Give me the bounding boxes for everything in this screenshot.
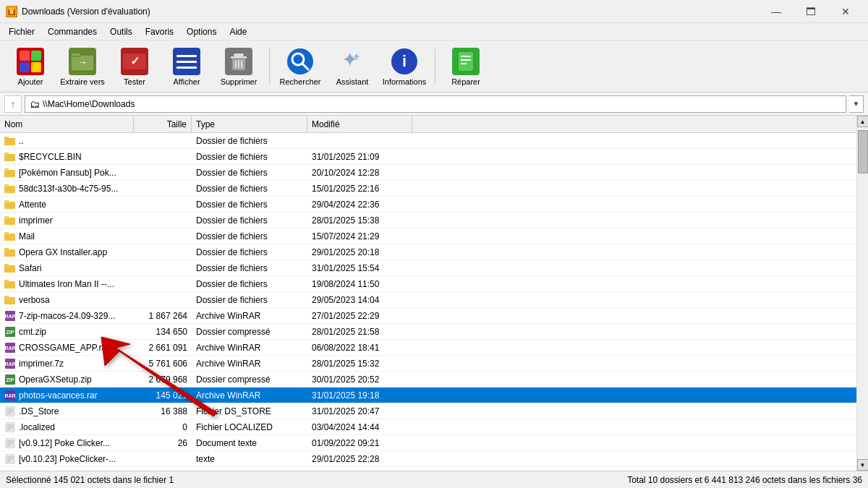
- doc-icon: [4, 438, 16, 448]
- toolbar-btn-reparer[interactable]: Réparer: [441, 43, 490, 90]
- scroll-thumb[interactable]: [858, 130, 868, 174]
- file-size-cell: 134 650: [134, 325, 192, 338]
- scroll-up-btn[interactable]: ▲: [857, 116, 869, 127]
- svg-rect-58: [4, 280, 9, 283]
- file-name-cell: [v0.10.23] PokeClicker-...: [0, 453, 134, 466]
- table-row[interactable]: $RECYCLE.BINDossier de fichiers31/01/202…: [0, 149, 856, 165]
- menu-item-fichier[interactable]: Fichier: [3, 25, 41, 38]
- table-row[interactable]: .localized0Fichier LOCALIZED03/04/2024 1…: [0, 419, 856, 435]
- svg-rect-21: [234, 53, 244, 56]
- file-modified-cell: 15/07/2024 21:29: [307, 230, 412, 243]
- scroll-down-btn[interactable]: ▼: [857, 459, 869, 471]
- toolbar-btn-label-assistant: Assistant: [336, 77, 369, 86]
- file-modified-cell: 29/05/2023 14:04: [307, 294, 412, 307]
- table-row[interactable]: [Pokémon Fansub] Pok...Dossier de fichie…: [0, 165, 856, 181]
- toolbar-btn-informations[interactable]: i Informations: [380, 43, 429, 90]
- file-name-cell: ZIPOperaGXSetup.zip: [0, 373, 134, 386]
- col-header-modified[interactable]: Modifié: [307, 116, 412, 132]
- file-type-cell: Archive WinRAR: [192, 341, 307, 354]
- file-type-cell: Archive WinRAR: [192, 357, 307, 370]
- file-type-cell: Dossier de fichiers: [192, 246, 307, 259]
- afficher-icon: [172, 47, 201, 76]
- rar-icon: RAR: [4, 390, 16, 401]
- col-header-name[interactable]: Nom: [0, 116, 134, 132]
- menu-item-aide[interactable]: Aide: [224, 25, 252, 38]
- table-row[interactable]: verbosaDossier de fichiers29/05/2023 14:…: [0, 292, 856, 308]
- menu-item-outils[interactable]: Outils: [104, 25, 138, 38]
- table-row[interactable]: RAR7-zip-macos-24.09-329...1 867 264Arch…: [0, 308, 856, 324]
- scrollbar[interactable]: ▲ ▼: [856, 116, 868, 471]
- toolbar-btn-extraire[interactable]: → Extraire vers: [58, 43, 107, 90]
- toolbar-separator: [269, 48, 270, 85]
- table-row[interactable]: SafariDossier de fichiers31/01/2025 15:5…: [0, 260, 856, 276]
- file-list: Nom Taille Type Modifié ..Dossier de fic…: [0, 116, 856, 471]
- file-modified-cell: 31/01/2025 15:54: [307, 262, 412, 275]
- table-row[interactable]: MailDossier de fichiers15/07/2024 21:29: [0, 228, 856, 244]
- toolbar-btn-afficher[interactable]: Afficher: [162, 43, 211, 90]
- svg-rect-44: [4, 168, 9, 171]
- table-row[interactable]: ..Dossier de fichiers: [0, 133, 856, 149]
- folder-icon: [4, 279, 16, 289]
- file-size-cell: 2 661 091: [134, 341, 192, 354]
- file-name-text: photos-vacances.rar: [19, 390, 98, 401]
- table-row[interactable]: .DS_Store16 388Fichier DS_STORE31/01/202…: [0, 403, 856, 419]
- table-row[interactable]: [v0.10.23] PokeClicker-...texte29/01/202…: [0, 451, 856, 467]
- table-row[interactable]: RARCROSSGAME_APP.rar2 661 091Archive Win…: [0, 340, 856, 356]
- table-row[interactable]: RARimprimer.7z5 761 606Archive WinRAR28/…: [0, 356, 856, 372]
- col-header-size[interactable]: Taille: [134, 116, 192, 132]
- folder-icon: [4, 136, 16, 146]
- doc-icon: [4, 406, 16, 416]
- file-name-text: .localized: [19, 422, 55, 432]
- file-type-cell: Dossier de fichiers: [192, 150, 307, 163]
- svg-text:RAR: RAR: [4, 314, 15, 319]
- toolbar-btn-tester[interactable]: ✓ Tester: [110, 43, 159, 90]
- file-name-text: 58dc313f-a30b-4c75-95...: [19, 184, 118, 194]
- col-header-type[interactable]: Type: [192, 116, 307, 132]
- svg-rect-54: [4, 248, 9, 251]
- toolbar-btn-label-informations: Informations: [383, 77, 427, 86]
- close-button[interactable]: ✕: [829, 3, 862, 20]
- table-row[interactable]: [v0.9.12] Poke Clicker...26Document text…: [0, 435, 856, 451]
- toolbar-btn-assistant[interactable]: ✦ ✦ Assistant: [328, 43, 377, 90]
- file-name-text: CROSSGAME_APP.rar: [19, 343, 109, 353]
- svg-rect-18: [176, 61, 197, 63]
- back-button[interactable]: ↑: [4, 95, 22, 113]
- table-row[interactable]: imprimerDossier de fichiers28/01/2025 15…: [0, 213, 856, 228]
- file-type-cell: Dossier de fichiers: [192, 166, 307, 179]
- address-dropdown-btn[interactable]: ▼: [849, 95, 864, 113]
- address-input-container[interactable]: 🗂 \\Mac\Home\Downloads: [25, 95, 846, 113]
- zip-icon: ZIP: [4, 327, 16, 337]
- file-size-cell: 0: [134, 421, 192, 434]
- title-bar: Downloads (Version d'évaluation) — 🗖 ✕: [0, 0, 868, 23]
- table-row[interactable]: Opera GX Installer.appDossier de fichier…: [0, 244, 856, 260]
- toolbar-btn-ajouter[interactable]: Ajouter: [6, 43, 55, 90]
- maximize-button[interactable]: 🗖: [794, 3, 827, 20]
- toolbar-btn-label-ajouter: Ajouter: [18, 77, 43, 86]
- assistant-icon: ✦ ✦: [338, 47, 367, 76]
- rar-icon: RAR: [4, 311, 16, 321]
- menu-item-commandes[interactable]: Commandes: [42, 25, 103, 38]
- file-name-cell: [Pokémon Fansub] Pok...: [0, 166, 134, 179]
- file-modified-cell: 15/01/2025 22:16: [307, 182, 412, 195]
- status-total: Total 10 dossiers et 6 441 813 246 octet…: [627, 475, 862, 485]
- toolbar-btn-rechercher[interactable]: Rechercher: [276, 43, 325, 90]
- table-row[interactable]: RARphotos-vacances.rar145 021Archive Win…: [0, 388, 856, 403]
- file-size-cell: [134, 171, 192, 174]
- informations-icon: i: [390, 47, 419, 76]
- table-row[interactable]: 58dc313f-a30b-4c75-95...Dossier de fichi…: [0, 181, 856, 197]
- file-name-text: verbosa: [19, 295, 50, 305]
- file-modified-cell: 29/01/2025 22:28: [307, 453, 412, 466]
- table-row[interactable]: ZIPOperaGXSetup.zip2 679 968Dossier comp…: [0, 372, 856, 388]
- window-controls: — 🗖 ✕: [760, 3, 862, 20]
- menu-item-favoris[interactable]: Favoris: [140, 25, 179, 38]
- table-row[interactable]: Ultimates Iron Man II --...Dossier de fi…: [0, 276, 856, 292]
- menu-item-options[interactable]: Options: [181, 25, 222, 38]
- file-size-cell: [134, 203, 192, 206]
- file-name-text: $RECYCLE.BIN: [19, 152, 82, 162]
- toolbar-btn-supprimer[interactable]: Supprimer: [214, 43, 263, 90]
- table-row[interactable]: AttenteDossier de fichiers29/04/2024 22:…: [0, 197, 856, 213]
- minimize-button[interactable]: —: [760, 3, 793, 20]
- table-row[interactable]: ZIPcmt.zip134 650Dossier compressé28/01/…: [0, 324, 856, 340]
- svg-rect-17: [176, 55, 197, 57]
- svg-rect-6: [31, 51, 41, 61]
